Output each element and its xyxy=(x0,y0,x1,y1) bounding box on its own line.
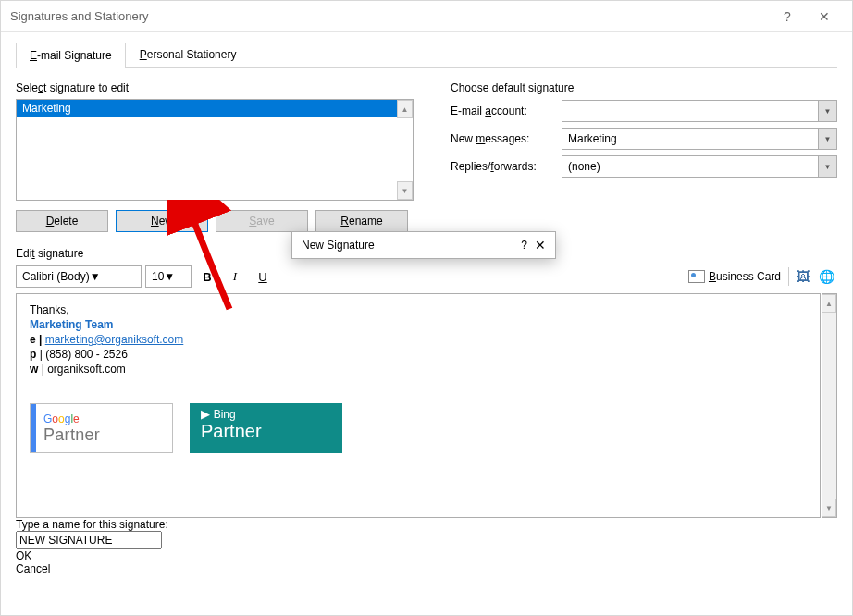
editor-scrollbar[interactable]: ▲ ▼ xyxy=(822,293,837,518)
replies-forwards-value: (none) xyxy=(568,160,600,173)
dialog-title: Signatures and Stationery xyxy=(10,9,769,23)
italic-button[interactable]: I xyxy=(223,265,247,288)
bing-partner-badge: ▶ Bing Partner xyxy=(190,403,342,453)
picture-icon[interactable]: 🖼 xyxy=(797,269,815,284)
chevron-down-icon[interactable]: ▼ xyxy=(818,156,836,177)
titlebar: Signatures and Stationery ? ✕ xyxy=(1,1,852,32)
bold-button[interactable]: B xyxy=(195,265,219,288)
chevron-down-icon[interactable]: ▼ xyxy=(164,270,175,283)
chevron-down-icon[interactable]: ▼ xyxy=(818,101,836,121)
scroll-up-icon[interactable]: ▲ xyxy=(397,100,413,118)
new-messages-combo[interactable]: Marketing ▼ xyxy=(562,128,837,150)
hyperlink-icon[interactable]: 🌐 xyxy=(819,269,837,284)
signature-list[interactable]: Marketing ▲ ▼ xyxy=(16,99,414,201)
sub-ok-button[interactable]: OK xyxy=(16,549,837,562)
font-value: Calibri (Body) xyxy=(22,270,90,283)
new-signature-dialog: New Signature ? ✕ xyxy=(291,231,556,259)
sub-cancel-button[interactable]: Cancel xyxy=(16,562,837,575)
font-combo[interactable]: Calibri (Body) ▼ xyxy=(16,265,142,288)
sub-dialog-title: New Signature xyxy=(302,239,521,252)
sig-email-link[interactable]: marketing@organiksoft.com xyxy=(45,333,184,346)
dialog-content: E-mail Signature Personal Stationery Sel… xyxy=(1,32,852,615)
tab-email-signature[interactable]: E-mail Signature xyxy=(16,43,126,68)
default-signature-heading: Choose default signature xyxy=(451,81,837,94)
signature-name-input[interactable] xyxy=(16,531,162,549)
replies-forwards-label: Replies/forwards: xyxy=(451,160,562,173)
rename-button[interactable]: Rename xyxy=(315,210,408,232)
sub-close-button[interactable]: ✕ xyxy=(535,238,546,253)
separator xyxy=(788,267,789,286)
business-card-icon[interactable] xyxy=(688,270,705,283)
save-button: Save xyxy=(216,210,308,232)
delete-button[interactable]: Delete xyxy=(16,210,108,232)
tab-bar: E-mail Signature Personal Stationery xyxy=(16,42,837,68)
scroll-down-icon[interactable]: ▼ xyxy=(822,499,836,517)
sig-web: w | organiksoft.com xyxy=(30,363,807,376)
signature-list-item[interactable]: Marketing xyxy=(17,100,413,117)
sig-phone: p | (858) 800 - 2526 xyxy=(30,348,807,361)
size-combo[interactable]: 10 ▼ xyxy=(145,265,192,288)
business-card-label[interactable]: Business Card xyxy=(709,270,781,283)
email-account-label: E-mail account: xyxy=(451,105,562,117)
signature-editor[interactable]: Thanks, Marketing Team e | marketing@org… xyxy=(16,293,821,518)
size-value: 10 xyxy=(152,270,164,283)
sig-thanks: Thanks, xyxy=(30,303,807,316)
sub-dialog-prompt: Type a name for this signature: xyxy=(16,518,837,531)
new-messages-value: Marketing xyxy=(568,132,617,145)
chevron-down-icon[interactable]: ▼ xyxy=(90,270,101,283)
scroll-up-icon[interactable]: ▲ xyxy=(822,294,836,313)
sub-dialog-titlebar: New Signature ? ✕ xyxy=(292,232,555,258)
signature-list-scrollbar[interactable]: ▲ ▼ xyxy=(397,100,413,200)
new-button[interactable]: New xyxy=(116,210,208,232)
tab-personal-stationery[interactable]: Personal Stationery xyxy=(126,42,251,67)
sub-help-button[interactable]: ? xyxy=(521,239,527,252)
chevron-down-icon[interactable]: ▼ xyxy=(818,129,836,149)
select-signature-label: Select signature to edit xyxy=(16,81,432,94)
google-partner-badge: Google Partner xyxy=(30,403,173,453)
format-toolbar: Calibri (Body) ▼ 10 ▼ B I U Business Car… xyxy=(16,265,837,288)
email-account-combo[interactable]: ▼ xyxy=(562,100,837,122)
replies-forwards-combo[interactable]: (none) ▼ xyxy=(562,155,837,178)
help-button[interactable]: ? xyxy=(769,4,806,30)
underline-button[interactable]: U xyxy=(251,265,275,288)
sig-team: Marketing Team xyxy=(30,318,807,331)
sig-email-line: e | marketing@organiksoft.com xyxy=(30,333,807,346)
close-button[interactable]: ✕ xyxy=(806,4,843,30)
new-messages-label: New messages: xyxy=(451,132,562,145)
signatures-dialog: Signatures and Stationery ? ✕ E-mail Sig… xyxy=(0,0,853,616)
scroll-down-icon[interactable]: ▼ xyxy=(397,181,413,200)
